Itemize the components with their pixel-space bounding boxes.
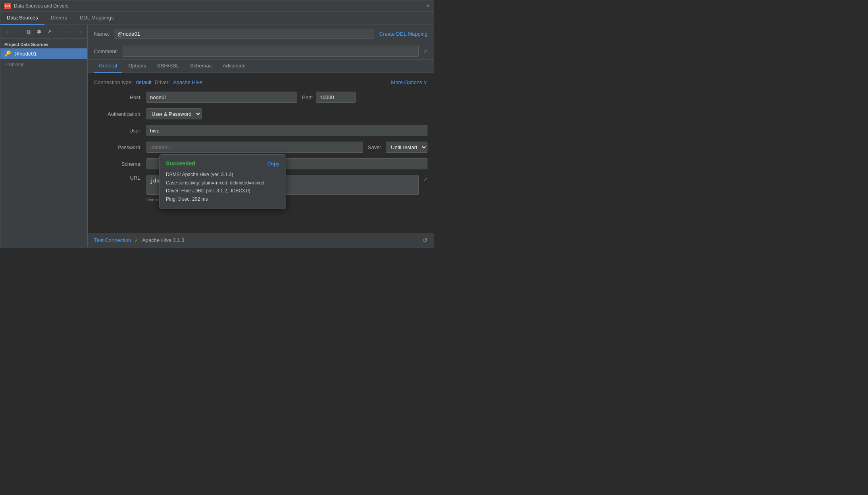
comment-label: Comment: xyxy=(94,48,118,54)
success-title: Succeeded xyxy=(166,160,195,167)
title-bar: DB Data Sources and Drivers × xyxy=(0,0,434,12)
schema-label: Schema: xyxy=(94,161,142,167)
success-header: Succeeded Copy xyxy=(166,160,279,167)
bottom-bar: Test Connection ✓ Apache Hive 3.1.3 ↺ xyxy=(88,233,434,247)
app-icon: DB xyxy=(4,3,11,9)
tab-general[interactable]: General xyxy=(94,59,122,73)
connection-type-value[interactable]: default xyxy=(136,79,152,85)
user-input[interactable] xyxy=(146,125,427,136)
popup-line4: Ping: 3 sec, 292 ms xyxy=(166,195,279,203)
create-ddl-link[interactable]: Create DDL Mapping xyxy=(379,31,427,37)
url-label: URL: xyxy=(94,175,142,181)
comment-expand-icon[interactable]: ⤢ xyxy=(423,48,427,54)
sidebar-item-node01[interactable]: 🔑 @node01 xyxy=(0,48,87,59)
driver-value[interactable]: Apache Hive xyxy=(173,79,202,85)
sidebar: + − ⧉ ↗ ← → Project Data Sources 🔑 xyxy=(0,25,88,247)
password-input[interactable] xyxy=(146,142,363,153)
forward-button[interactable]: → xyxy=(75,27,84,36)
port-input[interactable] xyxy=(316,92,356,103)
driver-label: Driver: xyxy=(155,79,170,85)
tab-advanced[interactable]: Advanced xyxy=(218,59,250,73)
nav-buttons: ← → xyxy=(66,27,84,36)
tab-ddl-mappings[interactable]: DDL Mappings xyxy=(73,12,120,25)
main-window: DB Data Sources and Drivers × Data Sourc… xyxy=(0,0,434,248)
comment-input[interactable] xyxy=(123,46,419,57)
tab-ssh-ssl[interactable]: SSH/SSL xyxy=(152,59,184,73)
password-label: Password: xyxy=(94,144,142,150)
main-panel: Name: Create DDL Mapping Comment: ⤢ Gene… xyxy=(88,25,434,247)
save-label: Save: xyxy=(368,144,381,150)
ds-comment-row: Comment: ⤢ xyxy=(88,43,434,59)
tab-data-sources[interactable]: Data Sources xyxy=(0,12,44,25)
password-row: Password: Save: Until restart Forever Ne… xyxy=(94,142,427,153)
close-button[interactable]: × xyxy=(426,3,430,9)
name-input[interactable] xyxy=(114,29,374,39)
ds-name-row: Name: Create DDL Mapping xyxy=(88,25,434,43)
user-label: User: xyxy=(94,128,142,134)
undo-button[interactable]: ↺ xyxy=(422,236,427,244)
copy-button[interactable]: ⧉ xyxy=(24,27,33,36)
save-select[interactable]: Until restart Forever Never xyxy=(386,142,427,153)
port-label: Port: xyxy=(302,94,313,100)
copy-button[interactable]: Copy xyxy=(268,161,279,167)
sidebar-item-label: @node01 xyxy=(14,51,37,57)
back-button[interactable]: ← xyxy=(66,27,75,36)
success-popup: Succeeded Copy DBMS: Apache Hive (ver. 3… xyxy=(159,154,286,209)
host-label: Host: xyxy=(94,94,142,100)
host-row: Host: Port: xyxy=(94,92,427,103)
content-area: + − ⧉ ↗ ← → Project Data Sources 🔑 xyxy=(0,25,434,247)
main-tabs: Data Sources Drivers DDL Mappings xyxy=(0,12,434,25)
auth-select[interactable]: User & Password No auth Kerberos xyxy=(146,108,202,119)
connection-type-label: Connection type: xyxy=(94,79,133,85)
add-button[interactable]: + xyxy=(4,27,12,36)
settings-button[interactable] xyxy=(35,27,43,36)
check-icon: ✓ xyxy=(134,237,139,244)
name-label: Name: xyxy=(94,31,109,37)
popup-line1: DBMS: Apache Hive (ver. 3.1.3) xyxy=(166,171,279,178)
detail-tabs: General Options SSH/SSL Schemas Advanced xyxy=(88,59,434,73)
user-row: User: xyxy=(94,125,427,136)
port-row: Port: xyxy=(302,92,356,103)
more-options-link[interactable]: More Options ∨ xyxy=(391,79,427,85)
tab-options[interactable]: Options xyxy=(123,59,151,73)
sidebar-toolbar: + − ⧉ ↗ ← → xyxy=(0,25,87,39)
datasource-icon: 🔑 xyxy=(4,50,11,57)
url-expand-icon[interactable]: ⤢ xyxy=(423,177,427,182)
tab-schemas[interactable]: Schemas xyxy=(185,59,216,73)
connection-version: Apache Hive 3.1.3 xyxy=(142,237,184,243)
window-title: Data Sources and Drivers xyxy=(14,3,68,9)
popup-line3: Driver: Hive JDBC (ver. 3.1.2, JDBC3.0) xyxy=(166,187,279,195)
host-input[interactable] xyxy=(146,92,297,103)
connection-type-row: Connection type: default Driver: Apache … xyxy=(94,79,427,85)
project-data-sources-title: Project Data Sources xyxy=(0,39,87,48)
tab-drivers[interactable]: Drivers xyxy=(44,12,73,25)
auth-row: Authentication: User & Password No auth … xyxy=(94,108,427,119)
problems-section: Problems xyxy=(0,59,87,71)
test-connection-button[interactable]: Test Connection xyxy=(94,237,131,243)
auth-label: Authentication: xyxy=(94,111,142,117)
export-button[interactable]: ↗ xyxy=(45,27,54,36)
remove-button[interactable]: − xyxy=(14,27,23,36)
detail-content: Connection type: default Driver: Apache … xyxy=(88,73,434,233)
popup-line2: Case sensitivity: plain=mixed, delimited… xyxy=(166,179,279,187)
